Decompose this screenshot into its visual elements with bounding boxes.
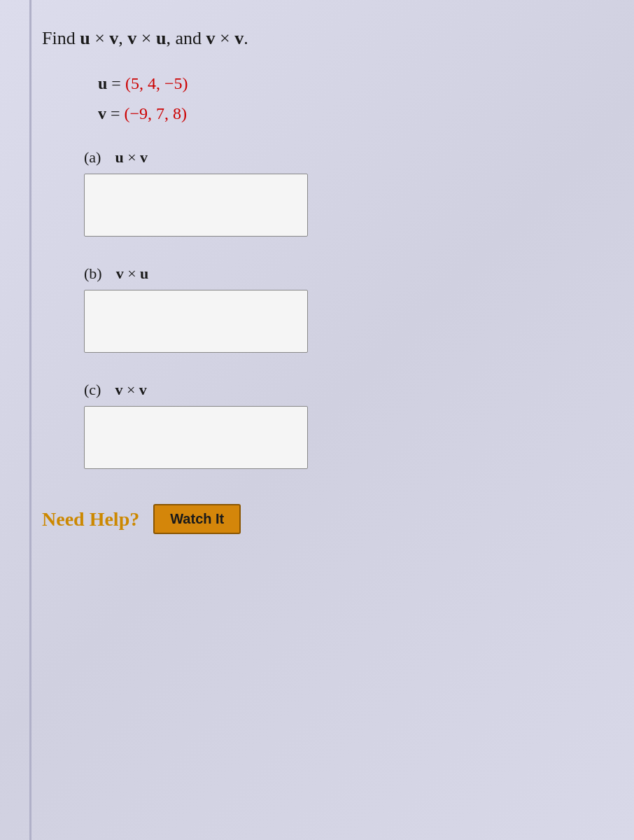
watch-it-button[interactable]: Watch It xyxy=(153,504,241,534)
need-help-text: Need Help? xyxy=(42,508,139,531)
vector-v-definition: v = (−9, 7, 8) xyxy=(98,99,592,129)
part-c-label: (c) xyxy=(84,381,101,399)
vector-v-equals: = xyxy=(111,99,120,129)
part-b-label-row: (b) v × u xyxy=(84,265,592,283)
vector-u-value: (5, 4, −5) xyxy=(125,69,188,99)
part-a-expression: u × v xyxy=(115,148,148,167)
part-c-expression: v × v xyxy=(115,381,146,399)
parts-section: (a) u × v (b) v × u (c) v × v xyxy=(84,148,592,469)
part-a: (a) u × v xyxy=(84,148,592,237)
problem-title: Find u × v, v × u, and v × v. xyxy=(42,28,592,49)
vector-definitions: u = (5, 4, −5) v = (−9, 7, 8) xyxy=(98,69,592,129)
part-b-answer-box[interactable] xyxy=(84,290,308,353)
vector-u-equals: = xyxy=(111,69,121,99)
part-b-expression: v × u xyxy=(116,265,149,283)
part-c-answer-box[interactable] xyxy=(84,406,308,469)
part-a-label-row: (a) u × v xyxy=(84,148,592,167)
part-b: (b) v × u xyxy=(84,265,592,353)
page-container: Find u × v, v × u, and v × v. u = (5, 4,… xyxy=(0,0,634,840)
left-border-decoration xyxy=(29,0,31,840)
vector-v-value: (−9, 7, 8) xyxy=(125,99,188,129)
footer-section: Need Help? Watch It xyxy=(42,504,592,534)
part-c: (c) v × v xyxy=(84,381,592,469)
vector-u-definition: u = (5, 4, −5) xyxy=(98,69,592,99)
part-a-answer-box[interactable] xyxy=(84,174,308,237)
vector-v-label: v xyxy=(98,99,106,129)
part-a-label: (a) xyxy=(84,148,101,167)
vector-u-label: u xyxy=(98,69,107,99)
part-c-label-row: (c) v × v xyxy=(84,381,592,399)
part-b-label: (b) xyxy=(84,265,102,283)
